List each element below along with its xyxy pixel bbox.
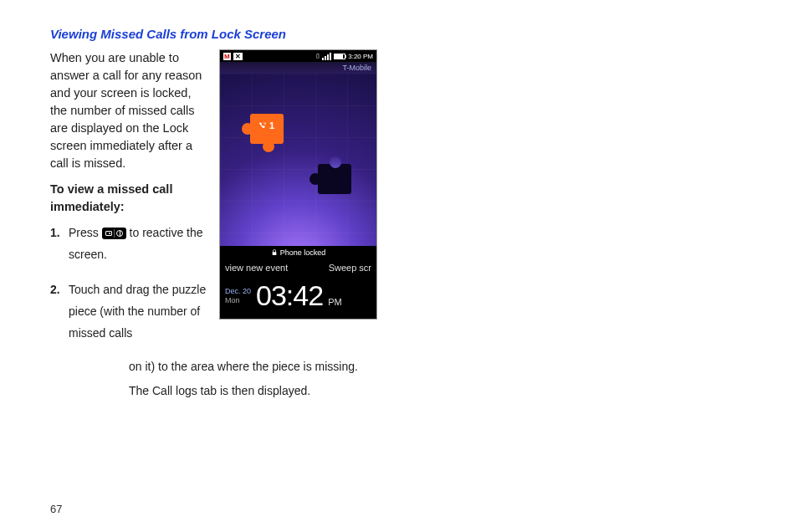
step-2-text-c: The Call logs tab is then displayed. [129,381,748,402]
steps-list: 1. Press to reactive the screen. 2. Touc… [50,223,207,344]
signal-type-icon: ▯ [316,53,320,59]
date-column: Dec. 20 Mon [225,287,251,305]
step-1-text-a: Press [69,226,102,239]
power-key-icon [102,228,126,239]
page-number: 67 [50,503,62,515]
missed-count: 1 [269,120,274,130]
step-2: 2. Touch and drag the puzzle piece (with… [69,279,207,345]
lock-icon [271,249,278,256]
intro-paragraph: When you are unable to answer a call for… [50,49,207,172]
hint-right: Sweep scr [329,263,371,273]
step-number: 2. [50,279,60,301]
lock-wallpaper: 1 [220,74,376,246]
locked-text: Phone locked [280,248,326,257]
phone-screenshot: M ✕ ▯ 3:20 PM T-Mobile 1 Phone locked [219,49,377,320]
text-column: When you are unable to answer a call for… [50,49,207,358]
status-bar: M ✕ ▯ 3:20 PM [220,50,376,62]
clock-time: 03:42 [256,279,323,312]
step-2-text-b: on it) to the area where the piece is mi… [129,356,748,378]
section-heading: Viewing Missed Calls from Lock Screen [50,27,748,41]
carrier-label: T-Mobile [220,62,376,74]
step-2-text-a: Touch and drag the puzzle piece (with th… [69,283,206,340]
signal-icon [322,53,331,60]
hint-bar: view new event Sweep scr [220,259,376,276]
step-1: 1. Press to reactive the screen. [69,223,207,266]
battery-icon [334,54,345,59]
date-line2: Mon [225,296,251,305]
notification-icon: ✕ [233,53,243,60]
puzzle-slot [318,164,351,194]
missed-call-puzzle-piece: 1 [250,114,284,144]
phone-locked-bar: Phone locked [220,246,376,259]
date-line1: Dec. 20 [225,287,251,296]
status-time: 3:20 PM [348,53,373,60]
subheading: To view a missed call immediately: [50,181,207,216]
hint-left: view new event [225,263,288,273]
clock-row: Dec. 20 Mon 03:42 PM [220,276,376,319]
missed-call-icon [258,121,268,130]
step-number: 1. [50,223,60,244]
step-2-continuation: on it) to the area where the piece is mi… [50,356,748,403]
clock-ampm: PM [328,297,342,307]
content-row: When you are unable to answer a call for… [50,49,748,358]
gmail-icon: M [223,53,231,60]
